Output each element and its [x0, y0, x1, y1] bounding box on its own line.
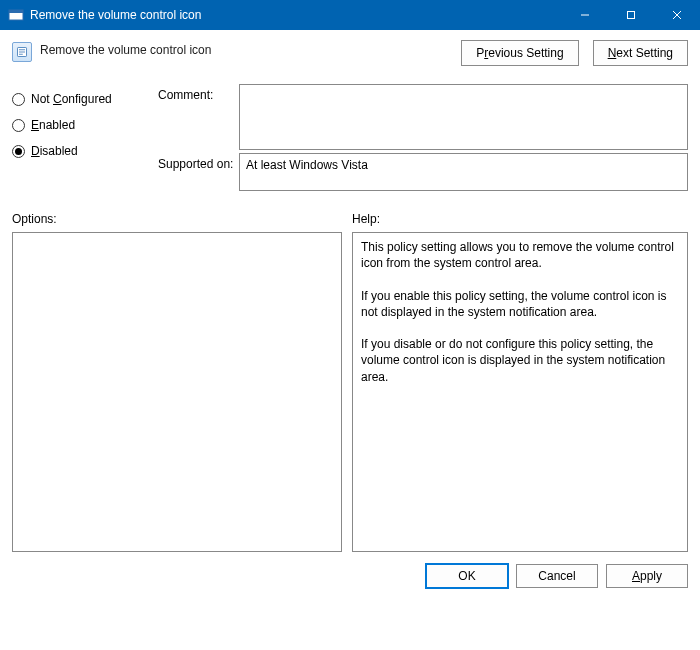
ok-button[interactable]: OK: [426, 564, 508, 588]
radio-not-configured[interactable]: Not Configured: [12, 86, 152, 112]
radio-enabled-input[interactable]: [12, 119, 25, 132]
header-row: Remove the volume control icon Previous …: [12, 40, 688, 66]
cancel-button[interactable]: Cancel: [516, 564, 598, 588]
options-label: Options:: [12, 212, 342, 226]
help-label: Help:: [352, 212, 380, 226]
help-panel: This policy setting allows you to remove…: [352, 232, 688, 552]
svg-rect-1: [9, 10, 23, 13]
radio-enabled[interactable]: Enabled: [12, 112, 152, 138]
maximize-button[interactable]: [608, 0, 654, 30]
radio-disabled-input[interactable]: [12, 145, 25, 158]
client-area: Remove the volume control icon Previous …: [0, 30, 700, 600]
comment-label: Comment:: [158, 84, 233, 153]
next-setting-button[interactable]: Next Setting: [593, 40, 688, 66]
radio-not-configured-label: Not Configured: [31, 92, 112, 106]
options-panel: [12, 232, 342, 552]
supported-on-field: [239, 153, 688, 191]
radio-enabled-label: Enabled: [31, 118, 75, 132]
app-icon: [8, 7, 24, 23]
policy-icon: [12, 42, 32, 62]
titlebar[interactable]: Remove the volume control icon: [0, 0, 700, 30]
svg-rect-3: [628, 12, 635, 19]
radio-disabled[interactable]: Disabled: [12, 138, 152, 164]
dialog-footer: OK Cancel Apply: [12, 552, 688, 588]
supported-on-label: Supported on:: [158, 153, 233, 194]
window-title: Remove the volume control icon: [30, 8, 201, 22]
radio-disabled-label: Disabled: [31, 144, 78, 158]
apply-button[interactable]: Apply: [606, 564, 688, 588]
radio-not-configured-input[interactable]: [12, 93, 25, 106]
comment-input[interactable]: [239, 84, 688, 150]
minimize-button[interactable]: [562, 0, 608, 30]
policy-title: Remove the volume control icon: [40, 40, 211, 57]
previous-setting-button[interactable]: Previous Setting: [461, 40, 578, 66]
close-button[interactable]: [654, 0, 700, 30]
state-radio-group: Not Configured Enabled Disabled: [12, 84, 152, 194]
